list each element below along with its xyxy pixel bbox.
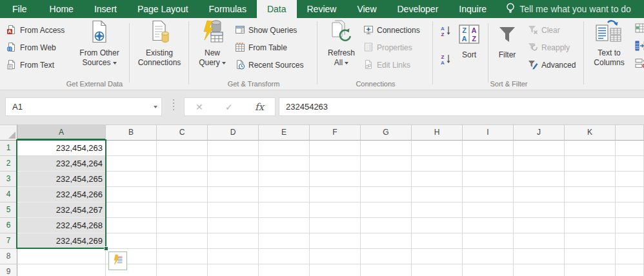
row-header-7[interactable]: 7	[0, 233, 17, 249]
cell-H6[interactable]	[412, 218, 463, 233]
cell-G9[interactable]	[361, 264, 412, 276]
cell-K2[interactable]	[565, 156, 616, 172]
cell-G3[interactable]	[361, 172, 412, 187]
cell-F1[interactable]	[310, 141, 361, 156]
cell-G8[interactable]	[361, 249, 412, 264]
show-queries-button[interactable]: Show Queries	[232, 22, 299, 39]
cell-F2[interactable]	[310, 156, 361, 172]
cell-H9[interactable]	[412, 264, 463, 276]
cell-E2[interactable]	[259, 156, 310, 172]
cell-E8[interactable]	[259, 249, 310, 264]
row-header-6[interactable]: 6	[0, 218, 17, 233]
cell-partial-7[interactable]	[616, 233, 644, 249]
cell-H7[interactable]	[412, 233, 463, 249]
cell-A8[interactable]	[17, 249, 106, 264]
row-header-8[interactable]: 8	[0, 249, 17, 264]
column-header-F[interactable]: F	[310, 125, 361, 141]
cell-C5[interactable]	[157, 202, 208, 218]
cell-F5[interactable]	[310, 202, 361, 218]
cell-B3[interactable]	[106, 172, 157, 187]
refresh-all-button[interactable]: Refresh All	[323, 19, 359, 75]
text-to-columns-button[interactable]: Text to Columns	[589, 19, 630, 75]
autofill-options-button[interactable]	[108, 251, 127, 270]
column-header-D[interactable]: D	[208, 125, 259, 141]
row-header-3[interactable]: 3	[0, 172, 17, 187]
from-table-button[interactable]: From Table	[232, 39, 290, 56]
filter-button[interactable]: Filter	[492, 19, 523, 75]
tab-home[interactable]: Home	[39, 0, 84, 18]
cell-D7[interactable]	[208, 233, 259, 249]
cell-J9[interactable]	[514, 264, 565, 276]
cell-J4[interactable]	[514, 187, 565, 202]
cell-H1[interactable]	[412, 141, 463, 156]
cell-D9[interactable]	[208, 264, 259, 276]
cell-K6[interactable]	[565, 218, 616, 233]
advanced-filter-button[interactable]: Advanced	[525, 57, 578, 74]
cell-F7[interactable]	[310, 233, 361, 249]
cell-partial-9[interactable]	[616, 264, 644, 276]
column-header-E[interactable]: E	[259, 125, 310, 141]
cell-G1[interactable]	[361, 141, 412, 156]
cell-J2[interactable]	[514, 156, 565, 172]
cell-B6[interactable]	[106, 218, 157, 233]
column-header-G[interactable]: G	[361, 125, 412, 141]
from-other-sources-button[interactable]: From Other Sources	[72, 19, 126, 75]
cell-A6[interactable]: 232,454,268	[17, 218, 106, 233]
cell-partial-3[interactable]	[616, 172, 644, 187]
tab-developer[interactable]: Developer	[387, 0, 449, 18]
column-header-partial[interactable]	[616, 125, 644, 141]
cell-D4[interactable]	[208, 187, 259, 202]
insert-function-icon[interactable]: fx	[255, 101, 264, 113]
cell-A7[interactable]: 232,454,269	[17, 233, 106, 249]
cell-G2[interactable]	[361, 156, 412, 172]
cell-B5[interactable]	[106, 202, 157, 218]
column-header-C[interactable]: C	[157, 125, 208, 141]
cancel-icon[interactable]: ✕	[196, 102, 203, 112]
tab-view[interactable]: View	[347, 0, 387, 18]
cell-C3[interactable]	[157, 172, 208, 187]
cell-D3[interactable]	[208, 172, 259, 187]
cell-H2[interactable]	[412, 156, 463, 172]
tab-file[interactable]: File	[0, 0, 39, 18]
cell-partial-5[interactable]	[616, 202, 644, 218]
cell-A5[interactable]: 232,454,267	[17, 202, 106, 218]
formula-bar-drag-dots[interactable]	[173, 99, 174, 110]
cell-B7[interactable]	[106, 233, 157, 249]
cell-C1[interactable]	[157, 141, 208, 156]
cell-H3[interactable]	[412, 172, 463, 187]
cell-E1[interactable]	[259, 141, 310, 156]
tab-formulas[interactable]: Formulas	[199, 0, 257, 18]
cell-C9[interactable]	[157, 264, 208, 276]
cell-H5[interactable]	[412, 202, 463, 218]
cell-J7[interactable]	[514, 233, 565, 249]
cell-D1[interactable]	[208, 141, 259, 156]
cell-C2[interactable]	[157, 156, 208, 172]
select-all-corner[interactable]	[0, 125, 17, 141]
sort-ascending-button[interactable]: AZ	[438, 23, 454, 40]
row-header-2[interactable]: 2	[0, 156, 17, 172]
tab-review[interactable]: Review	[297, 0, 347, 18]
cell-H4[interactable]	[412, 187, 463, 202]
column-header-I[interactable]: I	[463, 125, 514, 141]
column-header-A[interactable]: A	[17, 125, 106, 141]
cell-F4[interactable]	[310, 187, 361, 202]
cell-K7[interactable]	[565, 233, 616, 249]
cell-partial-1[interactable]	[616, 141, 644, 156]
sort-descending-button[interactable]: ZA	[438, 52, 454, 68]
enter-icon[interactable]: ✓	[225, 102, 233, 112]
cell-K9[interactable]	[565, 264, 616, 276]
cell-partial-4[interactable]	[616, 187, 644, 202]
cell-I1[interactable]	[463, 141, 514, 156]
cell-C4[interactable]	[157, 187, 208, 202]
cell-C7[interactable]	[157, 233, 208, 249]
cell-I3[interactable]	[463, 172, 514, 187]
cell-K5[interactable]	[565, 202, 616, 218]
name-box[interactable]: A1	[5, 97, 162, 116]
recent-sources-button[interactable]: Recent Sources	[232, 57, 306, 74]
tab-insert[interactable]: Insert	[84, 0, 127, 18]
cell-F9[interactable]	[310, 264, 361, 276]
cell-partial-2[interactable]	[616, 156, 644, 172]
cell-E3[interactable]	[259, 172, 310, 187]
sort-button[interactable]: ZAAZ Sort	[454, 19, 484, 75]
tab-inquire[interactable]: Inquire	[448, 0, 497, 18]
